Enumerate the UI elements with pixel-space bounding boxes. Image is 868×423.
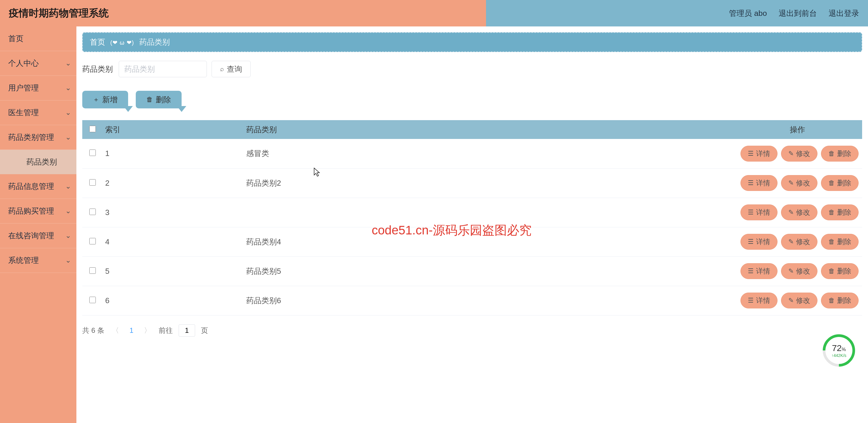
edit-button[interactable]: ✎ 修改 [781,234,817,250]
sidebar-item-personal-center[interactable]: 个人中心 [0,51,76,76]
pager-prev[interactable]: 〈 [110,326,121,335]
sidebar-item-drug-category-mgmt[interactable]: 药品类别管理 [0,125,76,150]
sidebar-item-label: 药品类别管理 [8,133,54,141]
pencil-icon: ✎ [788,238,794,246]
pager-goto-input[interactable] [179,324,195,337]
breadcrumb-current: 药品类别 [139,38,170,46]
table-row: 4药品类别4☰ 详情✎ 修改🗑 删除 [82,227,862,256]
row-checkbox[interactable] [89,179,96,186]
filter-row: 药品类别 ⌕ 查询 [82,61,862,77]
sidebar-item-home[interactable]: 首页 [0,26,76,51]
pencil-icon: ✎ [788,297,794,304]
batch-delete-button[interactable]: 🗑 删除 [136,91,182,108]
cell-ops: ☰ 详情✎ 修改🗑 删除 [733,256,862,286]
content-area: 首页 (❤ ω ❤) 药品类别 药品类别 ⌕ 查询 ＋ 新增 🗑 删除 索引 药… [76,26,868,423]
row-delete-button[interactable]: 🗑 删除 [821,175,859,191]
col-checkbox [82,120,103,139]
logout-link[interactable]: 退出登录 [829,8,859,19]
cell-category: 药品类别5 [244,256,733,286]
cell-category: 药品类别6 [244,286,733,315]
edit-button[interactable]: ✎ 修改 [781,146,817,162]
detail-button[interactable]: ☰ 详情 [741,293,777,308]
col-ops: 操作 [733,120,862,139]
detail-button[interactable]: ☰ 详情 [741,263,777,279]
trash-icon: 🗑 [828,150,835,158]
pagination: 共 6 条 〈 1 〉 前往 页 [82,324,862,337]
performance-widget[interactable]: 72% ↑442K/s [823,334,855,367]
trash-icon: 🗑 [828,297,835,304]
sidebar-item-label: 药品购买管理 [8,206,54,215]
sidebar-item-user-mgmt[interactable]: 用户管理 [0,76,76,100]
row-checkbox[interactable] [89,267,96,274]
breadcrumb-home[interactable]: 首页 [90,38,105,46]
row-delete-button[interactable]: 🗑 删除 [821,234,859,250]
row-checkbox[interactable] [89,238,96,245]
app-title: 疫情时期药物管理系统 [9,6,109,20]
sidebar-item-label: 系统管理 [8,256,39,265]
cell-category: 药品类别2 [244,168,733,198]
edit-button[interactable]: ✎ 修改 [781,175,817,191]
sidebar-item-drug-purchase-mgmt[interactable]: 药品购买管理 [0,199,76,224]
col-index: 索引 [103,120,244,139]
category-filter-input[interactable] [119,61,207,77]
pencil-icon: ✎ [788,179,794,187]
cell-index: 5 [103,256,244,286]
batch-delete-button-label: 删除 [156,95,171,105]
pager-current[interactable]: 1 [127,326,136,334]
detail-button[interactable]: ☰ 详情 [741,175,777,191]
pager-next[interactable]: 〉 [142,326,153,335]
edit-button[interactable]: ✎ 修改 [781,263,817,279]
cell-ops: ☰ 详情✎ 修改🗑 删除 [733,168,862,198]
list-icon: ☰ [748,297,754,304]
row-checkbox[interactable] [89,150,96,156]
cell-index: 2 [103,168,244,198]
table-row: 5药品类别5☰ 详情✎ 修改🗑 删除 [82,256,862,286]
table-row: 2药品类别2☰ 详情✎ 修改🗑 删除 [82,168,862,198]
row-delete-button[interactable]: 🗑 删除 [821,204,859,220]
trash-icon: 🗑 [828,208,835,216]
list-icon: ☰ [748,238,754,246]
header-right: 管理员 abo 退出到前台 退出登录 [729,8,859,19]
trash-icon: 🗑 [828,267,835,275]
cell-category [244,198,733,227]
pager-goto-prefix: 前往 [159,326,173,335]
cell-index: 1 [103,139,244,168]
sidebar-item-doctor-mgmt[interactable]: 医生管理 [0,100,76,125]
admin-name[interactable]: 管理员 abo [729,8,767,19]
data-table: 索引 药品类别 操作 1感冒类☰ 详情✎ 修改🗑 删除2药品类别2☰ 详情✎ 修… [82,120,862,316]
pencil-icon: ✎ [788,267,794,275]
sidebar: 首页 个人中心 用户管理 医生管理 药品类别管理 药品类别 药品信息管理 药品购… [0,26,76,423]
cell-index: 6 [103,286,244,315]
edit-button[interactable]: ✎ 修改 [781,293,817,308]
select-all-checkbox[interactable] [89,126,96,132]
sidebar-item-label: 医生管理 [8,108,39,117]
edit-button[interactable]: ✎ 修改 [781,204,817,220]
detail-button[interactable]: ☰ 详情 [741,146,777,162]
detail-button[interactable]: ☰ 详情 [741,204,777,220]
cell-category: 药品类别4 [244,227,733,256]
sidebar-subitem-drug-category[interactable]: 药品类别 [0,150,76,174]
row-checkbox[interactable] [89,208,96,215]
add-button[interactable]: ＋ 新增 [82,91,128,108]
sidebar-item-label: 个人中心 [8,59,39,68]
row-checkbox[interactable] [89,297,96,303]
sidebar-item-online-consult-mgmt[interactable]: 在线咨询管理 [0,224,76,248]
trash-icon: 🗑 [828,179,835,187]
row-delete-button[interactable]: 🗑 删除 [821,146,859,162]
sidebar-item-system-mgmt[interactable]: 系统管理 [0,248,76,273]
sidebar-item-drug-info-mgmt[interactable]: 药品信息管理 [0,174,76,199]
cell-index: 4 [103,227,244,256]
filter-label: 药品类别 [82,64,113,74]
perf-percent: 72% [832,343,846,353]
table-row: 6药品类别6☰ 详情✎ 修改🗑 删除 [82,286,862,315]
list-icon: ☰ [748,267,754,275]
detail-button[interactable]: ☰ 详情 [741,234,777,250]
query-button[interactable]: ⌕ 查询 [212,61,251,77]
list-icon: ☰ [748,150,754,158]
table-row: 1感冒类☰ 详情✎ 修改🗑 删除 [82,139,862,168]
list-icon: ☰ [748,208,754,216]
row-delete-button[interactable]: 🗑 删除 [821,293,859,308]
sidebar-subitem-label: 药品类别 [26,158,57,166]
row-delete-button[interactable]: 🗑 删除 [821,263,859,279]
back-to-front-link[interactable]: 退出到前台 [779,8,817,19]
